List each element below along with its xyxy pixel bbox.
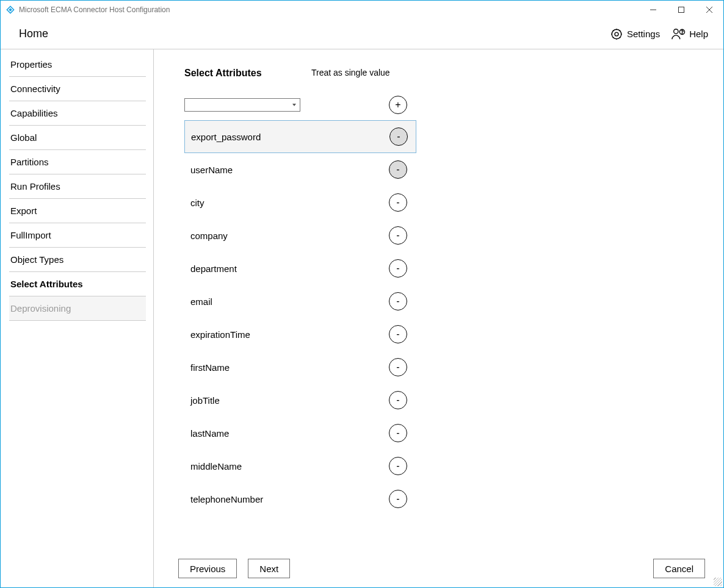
svg-point-6 (615, 32, 618, 36)
svg-point-7 (612, 29, 621, 39)
heading-select-attributes: Select Attributes (184, 68, 311, 79)
sidebar-item-object-types[interactable]: Object Types (9, 248, 146, 272)
remove-attribute-button[interactable]: - (389, 424, 407, 442)
attribute-name: department (190, 264, 389, 274)
attribute-row[interactable]: export_password- (184, 120, 416, 153)
cancel-button[interactable]: Cancel (653, 559, 705, 578)
attribute-name: lastName (190, 428, 389, 439)
gear-icon (610, 27, 623, 41)
minus-icon: - (396, 264, 399, 273)
sidebar-item-global[interactable]: Global (9, 126, 146, 150)
help-icon (671, 27, 686, 41)
sidebar-item-label: Properties (10, 59, 52, 70)
sidebar-item-properties[interactable]: Properties (9, 52, 146, 77)
minus-icon: - (396, 461, 399, 471)
attribute-name: export_password (191, 132, 389, 142)
sidebar-item-label: Select Attributes (10, 279, 83, 289)
minus-icon: - (396, 494, 399, 504)
close-button[interactable] (695, 1, 723, 19)
maximize-button[interactable] (667, 1, 695, 19)
app-icon (5, 5, 15, 15)
attribute-name: userName (190, 165, 389, 175)
content: Select Attributes Treat as single value … (154, 49, 723, 587)
settings-button[interactable]: Settings (610, 27, 660, 41)
minus-icon: - (396, 362, 399, 372)
attribute-row[interactable]: expirationTime- (184, 318, 723, 351)
minus-icon: - (396, 165, 399, 174)
remove-attribute-button[interactable]: - (389, 259, 407, 278)
attribute-name: firstName (190, 362, 389, 373)
previous-button[interactable]: Previous (178, 559, 237, 578)
attribute-name: email (190, 296, 389, 307)
settings-label: Settings (627, 29, 660, 39)
sidebar-item-partitions[interactable]: Partitions (9, 150, 146, 174)
attribute-name: company (190, 231, 389, 241)
sidebar-item-capabilities[interactable]: Capabilities (9, 101, 146, 126)
app-window: Microsoft ECMA Connector Host Configurat… (0, 0, 724, 588)
window-controls (639, 1, 723, 19)
resize-grip[interactable] (714, 578, 722, 586)
plus-icon: + (395, 100, 400, 110)
attribute-row[interactable]: userName- (184, 153, 723, 186)
remove-attribute-button[interactable]: - (389, 490, 407, 508)
sidebar-item-label: Partitions (10, 157, 49, 167)
sidebar-item-select-attributes[interactable]: Select Attributes (9, 272, 146, 296)
minus-icon: - (396, 395, 399, 405)
footer: Previous Next Cancel (178, 559, 705, 578)
minus-icon: - (396, 231, 399, 240)
attribute-dropdown[interactable] (184, 98, 300, 112)
sidebar-item-label: Connectivity (10, 84, 60, 94)
minimize-button[interactable] (639, 1, 667, 19)
minus-icon: - (396, 428, 399, 438)
help-button[interactable]: Help (671, 27, 708, 41)
attribute-row[interactable]: city- (184, 186, 723, 219)
attribute-row[interactable]: firstName- (184, 351, 723, 384)
attribute-name: middleName (190, 461, 389, 471)
sidebar-item-label: Export (10, 206, 37, 216)
remove-attribute-button[interactable]: - (389, 127, 408, 146)
remove-attribute-button[interactable]: - (389, 457, 407, 475)
sidebar-item-fullimport[interactable]: FullImport (9, 223, 146, 248)
remove-attribute-button[interactable]: - (389, 391, 407, 409)
heading-treat-single: Treat as single value (311, 68, 391, 77)
remove-attribute-button[interactable]: - (389, 193, 407, 212)
header: Home Settings (1, 19, 723, 49)
titlebar-left: Microsoft ECMA Connector Host Configurat… (5, 5, 170, 15)
attribute-row[interactable]: email- (184, 285, 723, 318)
remove-attribute-button[interactable]: - (389, 325, 407, 343)
remove-attribute-button[interactable]: - (389, 358, 407, 376)
remove-attribute-button[interactable]: - (389, 226, 407, 245)
page-title: Home (19, 27, 48, 40)
attribute-row[interactable]: telephoneNumber- (184, 482, 723, 515)
attribute-row[interactable]: company- (184, 219, 723, 252)
remove-attribute-button[interactable]: - (389, 160, 407, 179)
attribute-row[interactable]: middleName- (184, 450, 723, 482)
remove-attribute-button[interactable]: - (389, 292, 407, 310)
attribute-name: expirationTime (190, 329, 389, 340)
sidebar-item-connectivity[interactable]: Connectivity (9, 77, 146, 101)
window-title: Microsoft ECMA Connector Host Configurat… (19, 5, 170, 14)
add-attribute-button[interactable]: + (389, 96, 407, 114)
attribute-row[interactable]: lastName- (184, 417, 723, 450)
header-actions: Settings Help (610, 27, 708, 41)
minus-icon: - (397, 132, 400, 142)
minus-icon: - (396, 296, 399, 306)
attribute-name: city (190, 198, 389, 208)
sidebar-item-label: Run Profiles (10, 181, 60, 192)
sidebar-item-run-profiles[interactable]: Run Profiles (9, 174, 146, 199)
sidebar-item-export[interactable]: Export (9, 199, 146, 223)
attribute-row[interactable]: jobTitle- (184, 384, 723, 417)
add-attribute-row: + (184, 96, 723, 114)
svg-rect-3 (679, 7, 684, 13)
attribute-list: export_password-userName-city-company-de… (184, 120, 723, 515)
footer-left: Previous Next (178, 559, 290, 578)
svg-rect-1 (9, 8, 12, 12)
titlebar: Microsoft ECMA Connector Host Configurat… (1, 1, 723, 19)
attribute-row[interactable]: department- (184, 252, 723, 285)
sidebar-item-label: FullImport (10, 230, 51, 240)
next-button[interactable]: Next (248, 559, 290, 578)
svg-point-8 (674, 29, 678, 33)
body: PropertiesConnectivityCapabilitiesGlobal… (1, 49, 723, 587)
svg-point-10 (682, 33, 682, 34)
sidebar-item-label: Object Types (10, 254, 63, 265)
